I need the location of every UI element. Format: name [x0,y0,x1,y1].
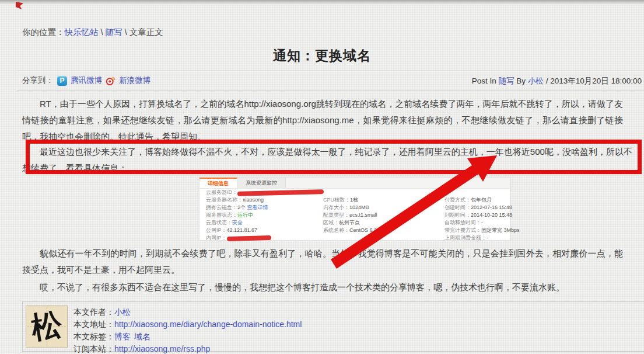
breadcrumb: 你的位置：快乐忆站 \ 随写 \ 文章正文 [22,27,163,38]
server-field-bandwidth: 带宽计费方式：固定带宽 3Mbps [444,227,520,234]
share-tencent-link[interactable]: 腾讯微博 [71,75,102,86]
top-border-bar [0,0,644,4]
sina-weibo-icon[interactable] [106,76,116,86]
article-url-row: 本文地址：http://xiaosong.me/diary/change-dom… [74,318,302,331]
author-name-link[interactable]: 小松 [114,307,131,317]
server-field-region: 区域：杭州节点 [323,219,390,227]
divider-line [18,71,644,71]
share-sina-link[interactable]: 新浪微博 [119,75,150,86]
server-field-public-ip: 公网IP：42.121.81.67 [206,227,324,234]
article-url-label: 本文地址： [74,320,114,329]
paragraph-domain-change: RT，由于一些个人原因，打算换域名了，之前的域名http://xiaosong.… [22,96,623,145]
share-row: 分享到： P 腾讯微博 新浪微博 [22,75,150,86]
breadcrumb-label: 你的位置： [22,27,65,37]
breadcrumb-current: 文章正文 [130,27,163,37]
page-title: 通知：更换域名 [0,47,644,65]
author-label: 本文作者： [74,307,114,317]
server-info-screenshot: 详细信息 系统资源监控 云服务器ID： 云服务器名称：xiaosong 拥有云磁… [199,177,510,241]
rss-row: 订阅本站：http://xiaosong.me/rss.php [74,343,302,354]
paragraph-closing: 哎，不说了，有很多东西不适合在这里写了，慢慢的，我想把这个博客打造成一个技术类的… [22,279,623,296]
breadcrumb-separator: \ [99,27,106,37]
view-details-link: 查看详情 [247,204,268,210]
server-tab-bar: 详细信息 系统资源监控 [200,178,510,189]
server-field-os: 系统名称：CentOS 6.2 64位 [323,227,390,234]
meta-author-link[interactable]: 小松 [528,77,544,85]
server-field-status: 服务器状态：运行中 [206,211,324,219]
tab-resource-monitor: 系统资源监控 [237,178,286,188]
author-row: 本文作者：小松 [74,306,302,318]
rss-link[interactable]: http://xiaosong.me/rss.php [114,344,210,353]
server-field-config: 配置类型：ecs.t1.small [323,211,390,219]
server-field-created: 创建时间：2012-07-16 15:48 [444,204,520,211]
paragraph-renewal: 貌似还有一年不到的时间，到期就不会续费了吧，除非又有盈利了，哈哈。当然，我觉得博… [22,245,623,278]
meta-post-in: Post In [472,77,496,85]
redaction-scribble [237,189,324,196]
avatar-calligraphy-character: 松 [26,306,68,348]
server-field-expire: 到期时间：2014-10-20 15:48 [444,211,520,219]
article-url-link[interactable]: http://xiaosong.me/diary/change-domain-n… [114,320,302,329]
server-column-middle: CPU核数：1核 内存大小：1024MB 配置类型：ecs.t1.small 区… [323,196,390,234]
meta-by: By [516,77,526,85]
breadcrumb-link-category[interactable]: 随写 [106,27,123,37]
tencent-weibo-icon[interactable]: P [57,76,67,86]
server-field-id: 云服务器ID： [206,189,324,196]
paragraph-highlighted: 最近这边也很少来关注了，博客始终做得不温不火，不对，应该是做得太一般了，纯记录了… [22,144,632,176]
share-label: 分享到： [22,75,54,86]
author-info-card: 松 本文作者：小松 本文地址：http://xiaosong.me/diary/… [22,301,644,352]
tags-row: 本文标签：博客域名 [74,331,302,343]
server-field-auto-release: 自动释放时间：- [444,219,520,227]
divider-line [18,90,644,91]
server-field-last-cost: 上周期消费金额：- [444,234,520,242]
author-rows: 本文作者：小松 本文地址：http://xiaosong.me/diary/ch… [74,306,302,354]
server-field-cpu: CPU核数：1核 [323,196,390,204]
server-field-billing: 付费方式：包年包月 [444,196,520,204]
server-field-disks: 拥有云磁盘：2个 查看详情 [206,204,324,211]
breadcrumb-link-home[interactable]: 快乐忆站 [65,27,99,37]
post-meta: Post In 随写 By 小松 / 2013年10月20日 18:00:00 [472,76,642,86]
server-field-name: 云服务器名称：xiaosong [206,196,324,204]
tag-link-domain[interactable]: 域名 [134,332,150,341]
rss-label: 订阅本站： [74,344,114,353]
meta-date: / 2013年10月20日 18:00:00 [546,77,642,85]
meta-category-link[interactable]: 随写 [499,77,514,85]
tags-label: 本文标签： [74,332,114,341]
author-avatar: 松 [26,306,68,348]
server-field-memory: 内存大小：1024MB [323,204,390,211]
server-field-private-ip: 内网IP： [206,234,324,242]
server-column-left: 云服务器ID： 云服务器名称：xiaosong 拥有云磁盘：2个 查看详情 服务… [206,189,324,242]
server-column-right: 付费方式：包年包月 创建时间：2012-07-16 15:48 到期时间：201… [444,196,520,242]
server-field-shield: 云盾状态：安全 [206,219,324,227]
tab-detail-info: 详细信息 [200,178,237,188]
redaction-scribble [226,235,271,241]
breadcrumb-separator: \ [123,27,130,37]
tag-link-blog[interactable]: 博客 [114,332,131,341]
